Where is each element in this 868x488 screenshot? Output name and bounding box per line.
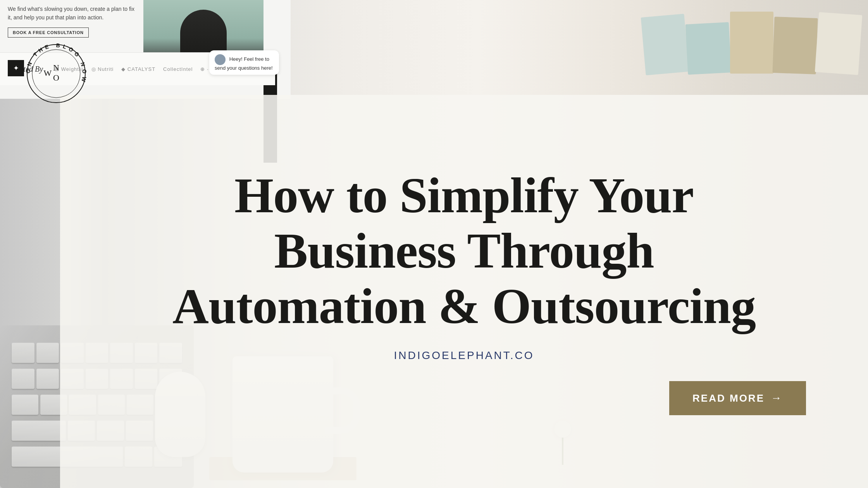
key <box>36 343 59 363</box>
title-line-2: Business Through <box>274 223 654 278</box>
notebook-1 <box>641 14 689 75</box>
key <box>12 369 34 389</box>
key <box>36 369 59 389</box>
read-more-button[interactable]: READ MORE → <box>669 381 806 415</box>
notebooks-image <box>643 0 868 77</box>
trusted-logo-3: ◆ CATALYST <box>121 66 155 72</box>
mockup-body-text: We find what's slowing you down, create … <box>8 5 140 22</box>
notebook-5 <box>815 12 863 75</box>
svg-text:W: W <box>44 68 52 78</box>
chat-avatar <box>215 54 226 65</box>
main-title: How to Simplify Your Business Through Au… <box>172 168 756 334</box>
circular-text-badge: ON THE BLOG NOW N O W <box>21 39 91 108</box>
read-more-label: READ MORE <box>692 392 765 404</box>
brand-icon-symbol: ✦ <box>13 64 19 72</box>
trusted-logo-4: CollectIntel <box>163 66 193 72</box>
arrow-icon: → <box>771 392 783 404</box>
title-line-1: How to Simplify Your <box>234 167 694 223</box>
notebook-stack <box>643 4 860 74</box>
title-line-3: Automation & Outsourcing <box>172 278 756 334</box>
trusted-logo-2: ◎ Nutriti <box>91 66 114 72</box>
notebook-4 <box>773 17 818 74</box>
notebook-2 <box>685 22 732 75</box>
svg-text:O: O <box>53 73 59 82</box>
svg-text:N: N <box>53 63 59 72</box>
circular-text-svg: ON THE BLOG NOW N O W <box>21 39 91 108</box>
key <box>12 343 34 363</box>
notebook-3 <box>730 12 773 74</box>
site-url: INDIGOELEPHANT.CO <box>394 349 534 362</box>
chat-bubble: Heey! Feel free to send your questions h… <box>209 50 279 75</box>
main-content-area: How to Simplify Your Business Through Au… <box>60 95 868 488</box>
key <box>12 395 38 415</box>
key <box>12 421 66 441</box>
book-consultation-button[interactable]: BOOK A FREE CONSULTATION <box>8 27 89 38</box>
